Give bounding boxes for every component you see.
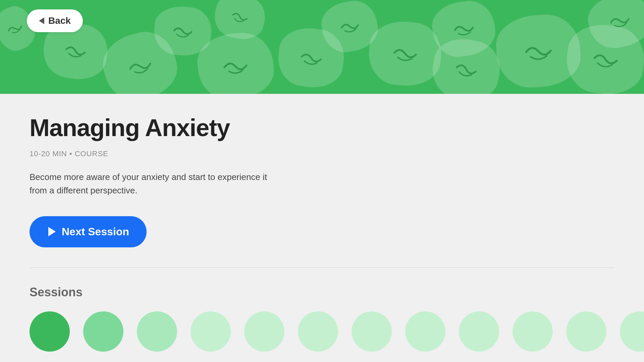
back-arrow-icon bbox=[39, 17, 44, 24]
next-session-label: Next Session bbox=[62, 226, 129, 238]
session-circle-5[interactable] bbox=[244, 311, 284, 352]
session-circle-2[interactable] bbox=[83, 311, 123, 352]
back-button[interactable]: Back bbox=[27, 9, 83, 32]
back-button-label: Back bbox=[48, 15, 71, 26]
session-circle-10[interactable] bbox=[513, 311, 553, 352]
main-content: Managing Anxiety 10-20 MIN • COURSE Beco… bbox=[0, 94, 644, 362]
session-circle-1[interactable] bbox=[30, 311, 70, 352]
session-circle-4[interactable] bbox=[191, 311, 231, 352]
sessions-row bbox=[30, 311, 614, 352]
play-icon bbox=[48, 227, 56, 236]
course-meta: 10-20 MIN • COURSE bbox=[30, 149, 614, 158]
course-title: Managing Anxiety bbox=[30, 114, 614, 141]
sessions-section-title: Sessions bbox=[30, 285, 614, 299]
session-circle-9[interactable] bbox=[459, 311, 499, 352]
session-circle-3[interactable] bbox=[137, 311, 177, 352]
divider bbox=[30, 267, 614, 268]
course-description: Become more aware of your anxiety and st… bbox=[30, 170, 331, 197]
session-circle-12[interactable] bbox=[620, 311, 644, 352]
hero-section: Back bbox=[0, 0, 644, 94]
next-session-button[interactable]: Next Session bbox=[30, 216, 147, 247]
session-circle-6[interactable] bbox=[298, 311, 338, 352]
session-circle-11[interactable] bbox=[566, 311, 606, 352]
session-circle-7[interactable] bbox=[352, 311, 392, 352]
session-circle-8[interactable] bbox=[405, 311, 445, 352]
blob-decoration bbox=[366, 19, 444, 88]
